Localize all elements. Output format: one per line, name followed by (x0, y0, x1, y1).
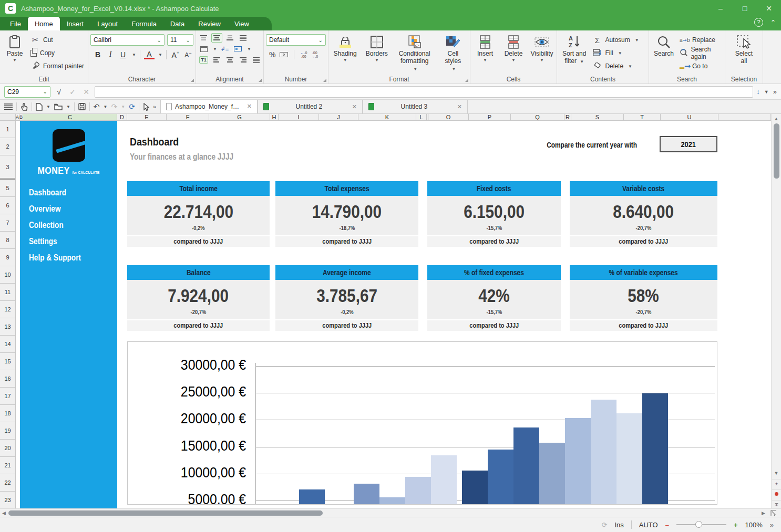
align-right-button[interactable] (238, 55, 249, 65)
open-file-icon[interactable] (54, 103, 63, 110)
align-middle-button[interactable] (211, 33, 222, 43)
row-header-22[interactable]: 22 (0, 474, 15, 492)
row-header-2[interactable]: 2 (0, 138, 15, 155)
insert-mode-indicator[interactable]: Ins (614, 521, 623, 529)
font-name-select[interactable]: Calibri⌄ (90, 34, 165, 46)
underline-button[interactable]: U (118, 50, 128, 59)
close-sheet-icon[interactable]: ✕ (457, 103, 462, 110)
conditional-formatting-button[interactable]: ≤> Conditionalformatting ▼ (394, 33, 435, 74)
redo-dropdown-icon[interactable]: ▼ (121, 105, 125, 109)
paste-dropdown-icon[interactable]: ▼ (13, 58, 17, 62)
copy-button[interactable]: Copy (30, 47, 84, 59)
row-header-21[interactable]: 21 (0, 457, 15, 474)
zoom-slider-thumb[interactable] (695, 521, 702, 528)
wrap-text-button[interactable]: ↲≡ (219, 44, 230, 54)
visibility-button[interactable]: Visibility ▼ (529, 33, 554, 64)
vertical-scroll-thumb[interactable] (774, 123, 779, 179)
select-all-corner[interactable] (0, 114, 16, 120)
number-dialog-launcher[interactable] (323, 79, 326, 82)
visibility-dropdown-icon[interactable]: ▼ (540, 58, 544, 62)
minimize-button[interactable]: – (708, 0, 733, 17)
insert-cells-button[interactable]: Insert ▼ (472, 33, 498, 64)
number-format-select[interactable]: Default⌄ (266, 34, 326, 46)
close-sheet-icon[interactable]: ✕ (352, 103, 357, 110)
column-header-A[interactable]: A (16, 114, 19, 120)
delete-cells-dropdown-icon[interactable]: ▼ (511, 58, 516, 62)
redo-icon[interactable]: ↷ (111, 102, 118, 111)
column-header-H[interactable]: H (270, 114, 279, 120)
column-header-F[interactable]: F (167, 114, 209, 120)
remove-decimal-button[interactable]: .00→.0 (311, 51, 318, 58)
underline-dropdown-icon[interactable]: ▼ (132, 53, 136, 57)
cell-styles-dropdown-icon[interactable]: ▼ (451, 67, 456, 71)
delete-cells-button[interactable]: Delete ▼ (501, 33, 526, 64)
sort-filter-dropdown-icon[interactable]: ▼ (580, 59, 584, 64)
toolbar-more-icon[interactable]: » (153, 103, 156, 110)
column-header-R[interactable]: R (564, 114, 571, 120)
status-more-icon[interactable]: » (770, 521, 774, 529)
column-header-O[interactable]: O (427, 114, 469, 120)
goto-button[interactable]: ▬➞Go to (680, 60, 723, 72)
sidebar-item-dashboard[interactable]: Dashboard (29, 188, 117, 197)
undo-dropdown-icon[interactable]: ▼ (104, 105, 108, 109)
maximize-button[interactable]: □ (733, 0, 757, 17)
replace-button[interactable]: a➞bReplace (680, 34, 723, 46)
fill-button[interactable]: Fill▼ (592, 47, 639, 59)
sidebar-item-collection[interactable]: Collection (29, 221, 117, 230)
column-header-J[interactable]: J (319, 114, 358, 120)
scroll-left-icon[interactable]: ◀ (2, 509, 6, 517)
previous-page-button[interactable]: ± (772, 479, 781, 487)
bold-button[interactable]: B (93, 50, 103, 59)
row-header-8[interactable]: 8 (0, 232, 15, 249)
percent-format-button[interactable]: % (269, 50, 275, 59)
character-dialog-launcher[interactable] (191, 79, 194, 82)
row-header-15[interactable]: 15 (0, 353, 15, 370)
row-header-5[interactable]: 5 (0, 180, 15, 197)
collapse-ribbon-icon[interactable]: ⌃ (770, 19, 776, 26)
horizontal-scroll-thumb[interactable] (8, 510, 323, 516)
row-header-16[interactable]: 16 (0, 370, 15, 388)
menu-item-review[interactable]: Review (191, 17, 228, 30)
row-header-23[interactable]: 23 (0, 492, 15, 509)
column-header-T[interactable]: T (624, 114, 661, 120)
insert-cells-dropdown-icon[interactable]: ▼ (483, 58, 487, 62)
zoom-in-button[interactable]: + (734, 521, 738, 529)
cancel-icon[interactable]: ✕ (81, 88, 91, 96)
font-color-dropdown-icon[interactable]: ▼ (158, 53, 162, 57)
column-header-S[interactable]: S (571, 114, 624, 120)
sheet-tab-3[interactable]: Untitled 3✕ (363, 100, 468, 113)
auto-calc-indicator[interactable]: AUTO (639, 521, 658, 529)
alignment-dialog-launcher[interactable] (259, 79, 262, 82)
menu-item-data[interactable]: Data (163, 17, 191, 30)
close-sheet-icon[interactable]: ✕ (247, 103, 252, 110)
row-header-9[interactable]: 9 (0, 249, 15, 266)
row-header-10[interactable]: 10 (0, 266, 15, 284)
row-header-6[interactable]: 6 (0, 197, 15, 214)
conditional-formatting-dropdown-icon[interactable]: ▼ (413, 67, 417, 71)
zoom-level[interactable]: 100% (745, 521, 763, 529)
menu-item-insert[interactable]: Insert (60, 17, 91, 30)
formula-input[interactable] (95, 86, 753, 98)
autosum-button[interactable]: ΣAutosum▼ (592, 34, 639, 46)
hamburger-menu-icon[interactable] (4, 103, 13, 110)
undo-icon[interactable]: ↶ (94, 102, 100, 111)
compare-year-input[interactable]: 2021 (660, 136, 717, 152)
sidebar-item-overview[interactable]: Overview (29, 204, 117, 214)
fill-dropdown-icon[interactable]: ▼ (618, 51, 622, 56)
sort-filter-button[interactable]: AZ Sort andfilter ▼ (559, 33, 589, 67)
sidebar-item-help-support[interactable]: Help & Support (29, 253, 117, 263)
column-header-B[interactable]: B (19, 114, 23, 120)
grow-font-button[interactable]: A+ (170, 50, 181, 59)
zoom-out-button[interactable]: – (665, 521, 669, 529)
borders-button[interactable]: Borders ▼ (363, 33, 390, 64)
row-header-14[interactable]: 14 (0, 336, 15, 353)
formula-bar-dropdown-icon[interactable]: ▼ (764, 89, 769, 95)
scroll-down-icon[interactable]: ▼ (772, 471, 781, 476)
menu-item-file[interactable]: File (3, 17, 28, 30)
column-header-Q[interactable]: Q (511, 114, 564, 120)
formula-bar-more-icon[interactable]: » (773, 88, 777, 96)
delete-contents-dropdown-icon[interactable]: ▼ (628, 64, 632, 69)
column-header-U[interactable]: U (661, 114, 718, 120)
horizontal-scrollbar[interactable]: ◀ ▶ (0, 508, 781, 517)
text-orientation-button[interactable]: T1 (198, 55, 209, 65)
